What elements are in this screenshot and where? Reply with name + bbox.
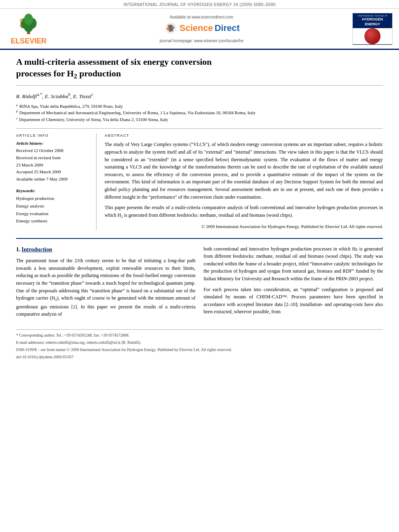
sd-direct-text: Direct	[214, 23, 239, 33]
affiliations: a RINA Spa, Viale della Repubblica, 279,…	[16, 103, 383, 123]
aff-c-text: Department of Chemistry, University of S…	[19, 116, 169, 123]
hj-logo-circle	[364, 28, 380, 44]
svg-point-4	[24, 14, 33, 25]
sciencedirect-logo: ScienceDirect	[163, 21, 240, 35]
footer-issn: 0360-3199/$ – see front matter © 2009 In…	[16, 347, 383, 353]
section1-heading-block: 1. Introduction	[16, 245, 195, 254]
elsevier-tree-icon	[12, 12, 45, 36]
history-online: Available online 7 May 2009	[16, 176, 90, 183]
section1-heading: Introduction	[22, 246, 52, 253]
title-part3: production	[77, 68, 121, 78]
keyword-4: Emergy synthesis	[16, 217, 90, 225]
history-label: Article history:	[16, 141, 90, 146]
affiliation-a: a RINA Spa, Viale della Repubblica, 279,…	[16, 103, 383, 110]
keyword-2: Energy analysis	[16, 202, 90, 210]
page-footer: * Corresponding author. Tel.: +39 057459…	[16, 329, 383, 360]
footer-corresponding-author: * Corresponding author. Tel.: +39 057459…	[16, 332, 383, 339]
hj-logo-body	[353, 28, 392, 44]
affiliation-c: c Department of Chemistry, University of…	[16, 116, 383, 123]
title-h2-subscript: 2	[74, 72, 77, 80]
aff-a-text: RINA Spa, Viale della Repubblica, 279, 5…	[19, 103, 123, 110]
section-divider	[16, 238, 383, 239]
hj-logo-header: International Journal of HYDROGENENERGY	[353, 13, 392, 28]
article-title: A multi-criteria assessment of six energ…	[16, 56, 383, 86]
publisher-banner: ELSEVIER Available at www.sciencedirect.…	[0, 9, 399, 50]
aff-c-sup: c	[16, 116, 18, 123]
journal-homepage: journal homepage: www.elsevier.com/locat…	[160, 39, 243, 43]
sd-leaf-icon	[163, 21, 178, 35]
available-text: Available at www.sciencedirect.com	[170, 15, 233, 19]
article-info-column: ARTICLE INFO Article history: Received 1…	[16, 134, 97, 230]
history-revised-date: 23 March 2009	[16, 162, 90, 169]
aff-b-sup: b	[16, 109, 18, 116]
title-part2: processes for H	[16, 68, 74, 78]
author1-name: R. Ridolfi	[16, 93, 37, 99]
authors-line: R. Ridolfia,*, E. Sciubbab, E. Tiezzic	[16, 92, 383, 100]
intro-col1-para1: The paramount issue of the 21th century …	[16, 257, 195, 318]
keyword-1: Hydrogen production	[16, 195, 90, 202]
journal-header: INTERNATIONAL JOURNAL OF HYDROGEN ENERGY…	[0, 0, 399, 9]
keyword-3: Exergy evaluation	[16, 210, 90, 218]
history-revised-label: Received in revised form	[16, 154, 90, 162]
article-info-abstract-section: ARTICLE INFO Article history: Received 1…	[16, 128, 383, 230]
hj-logo-footer: ScienceDirect	[353, 44, 392, 45]
title-part1: A multi-criteria assessment of six energ…	[16, 57, 212, 67]
introduction-section: 1. Introduction The paramount issue of t…	[16, 245, 383, 321]
author1-sup: a,*	[37, 92, 42, 97]
aff-b-text: Department of Mechanical and Aeronautica…	[19, 109, 255, 116]
banner-center: Available at www.sciencedirect.com Scien…	[51, 15, 352, 43]
hydrogen-journal-logo: International Journal of HYDROGENENERGY …	[352, 13, 393, 45]
sd-science-text: Science	[179, 23, 213, 33]
article-content: A multi-criteria assessment of six energ…	[0, 50, 399, 369]
svg-point-5	[20, 18, 23, 22]
footer-doi: doi:10.1016/j.ijhydene.2009.03.057	[16, 354, 383, 360]
history-received: Received 12 October 2008	[16, 147, 90, 154]
intro-col2-para2: For each process taken into consideratio…	[204, 286, 383, 316]
intro-col-left: 1. Introduction The paramount issue of t…	[16, 245, 195, 321]
abstract-para-2: This paper presents the results of a mul…	[105, 204, 383, 220]
footer-email: E-mail addresses: roberto.ridolfi@rina.o…	[16, 339, 383, 346]
abstract-label: ABSTRACT	[105, 134, 383, 138]
abstract-text: The study of Very Large Complex systems …	[105, 141, 383, 220]
abstract-copyright: © 2009 International Association for Hyd…	[105, 223, 383, 230]
author2-name: , E. Sciubba	[42, 93, 68, 99]
author3-name: , E. Tiezzi	[70, 93, 92, 99]
aff-a-sup: a	[16, 103, 18, 110]
section1-number: 1.	[16, 246, 21, 253]
elsevier-logo: ELSEVIER	[6, 12, 51, 45]
article-info-label: ARTICLE INFO	[16, 134, 90, 138]
affiliation-b: b Department of Mechanical and Aeronauti…	[16, 109, 383, 116]
intro-col-right: both conventional and innovative hydroge…	[204, 245, 383, 321]
elsevier-wordmark: ELSEVIER	[10, 37, 46, 45]
author3-sup: c	[91, 92, 93, 97]
keywords-label: Keywords:	[16, 188, 90, 193]
history-accepted: Accepted 25 March 2009	[16, 168, 90, 176]
abstract-column: ABSTRACT The study of Very Large Complex…	[105, 134, 383, 230]
intro-col2-para1: both conventional and innovative hydroge…	[204, 245, 383, 283]
abstract-para-1: The study of Very Large Complex systems …	[105, 141, 383, 201]
